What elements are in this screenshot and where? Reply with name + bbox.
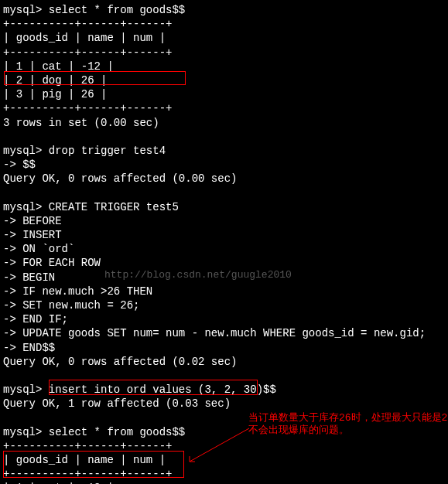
sql-drop-trigger: mysql> drop trigger test4 xyxy=(3,144,445,158)
sql-cont: -> FOR EACH ROW xyxy=(3,256,445,270)
table1-row: | 3 | pig | 26 | xyxy=(3,87,445,101)
result-message: Query OK, 0 rows affected (0.02 sec) xyxy=(3,355,445,369)
watermark: http://blog.csdn.net/guugle2010 xyxy=(104,269,292,282)
sql-create-trigger: mysql> CREATE TRIGGER test5 xyxy=(3,200,445,214)
annotation-line1: 当订单数量大于库存26时，处理最大只能是26， xyxy=(248,412,448,424)
sql-cont: -> END IF; xyxy=(3,312,445,326)
table2-sep: +----------+------+------+ xyxy=(3,467,445,481)
table1-sep: +----------+------+------+ xyxy=(3,101,445,115)
sql-insert: mysql> insert into ord values (3, 2, 30)… xyxy=(3,383,445,397)
result-message: Query OK, 1 row affected (0.03 sec) xyxy=(3,397,445,411)
sql-cont: -> $$ xyxy=(3,158,445,172)
result-message: 3 rows in set (0.00 sec) xyxy=(3,116,445,130)
annotation-line2: 不会出现爆库的问题。 xyxy=(248,424,448,437)
table1-sep: +----------+------+------+ xyxy=(3,46,445,60)
table1-header: | goods_id | name | num | xyxy=(3,31,445,45)
sql-cont: -> BEFORE xyxy=(3,214,445,228)
sql-cont: -> UPDATE goods SET num= num - new.much … xyxy=(3,326,445,340)
sql-cont: -> SET new.much = 26; xyxy=(3,298,445,312)
sql-cont: -> IF new.much >26 THEN xyxy=(3,285,445,298)
table1-sep: +----------+------+------+ xyxy=(3,17,445,31)
sql-select-1: mysql> select * from goods$$ xyxy=(3,3,445,17)
table2-sep: +----------+------+------+ xyxy=(3,439,445,453)
table2-row: | 1 | cat | -12 | xyxy=(3,481,445,484)
table1-row: | 1 | cat | -12 | xyxy=(3,60,445,73)
table1-row: | 2 | dog | 26 | xyxy=(3,73,445,87)
result-message: Query OK, 0 rows affected (0.00 sec) xyxy=(3,172,445,186)
sql-cont: -> ON `ord` xyxy=(3,242,445,256)
annotation-text: 当订单数量大于库存26时，处理最大只能是26， 不会出现爆库的问题。 xyxy=(248,412,448,436)
sql-cont: -> END$$ xyxy=(3,341,445,355)
sql-cont: -> INSERT xyxy=(3,228,445,242)
table2-header: | goods_id | name | num | xyxy=(3,453,445,467)
